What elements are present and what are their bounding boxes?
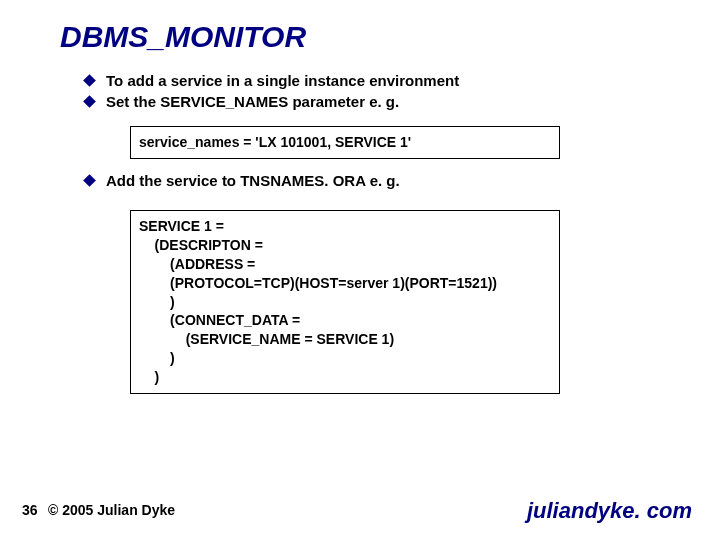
- copyright: © 2005 Julian Dyke: [48, 502, 175, 518]
- diamond-icon: [83, 174, 96, 187]
- bullet-item: To add a service in a single instance en…: [85, 72, 645, 91]
- slide: DBMS_MONITOR To add a service in a singl…: [0, 0, 720, 540]
- bullet-group-1: To add a service in a single instance en…: [85, 72, 645, 114]
- diamond-icon: [83, 74, 96, 87]
- code-box-2: SERVICE 1 = (DESCRIPTON = (ADDRESS = (PR…: [130, 210, 560, 394]
- slide-title: DBMS_MONITOR: [60, 20, 306, 54]
- bullet-text: To add a service in a single instance en…: [106, 72, 459, 91]
- bullet-text: Set the SERVICE_NAMES parameter e. g.: [106, 93, 399, 112]
- site-url: juliandyke. com: [527, 498, 692, 524]
- bullet-item: Add the service to TNSNAMES. ORA e. g.: [85, 172, 645, 191]
- bullet-item: Set the SERVICE_NAMES parameter e. g.: [85, 93, 645, 112]
- code-box-1: service_names = 'LX 101001, SERVICE 1': [130, 126, 560, 159]
- bullet-group-2: Add the service to TNSNAMES. ORA e. g.: [85, 172, 645, 193]
- diamond-icon: [83, 95, 96, 108]
- page-number: 36: [22, 502, 38, 518]
- bullet-text: Add the service to TNSNAMES. ORA e. g.: [106, 172, 400, 191]
